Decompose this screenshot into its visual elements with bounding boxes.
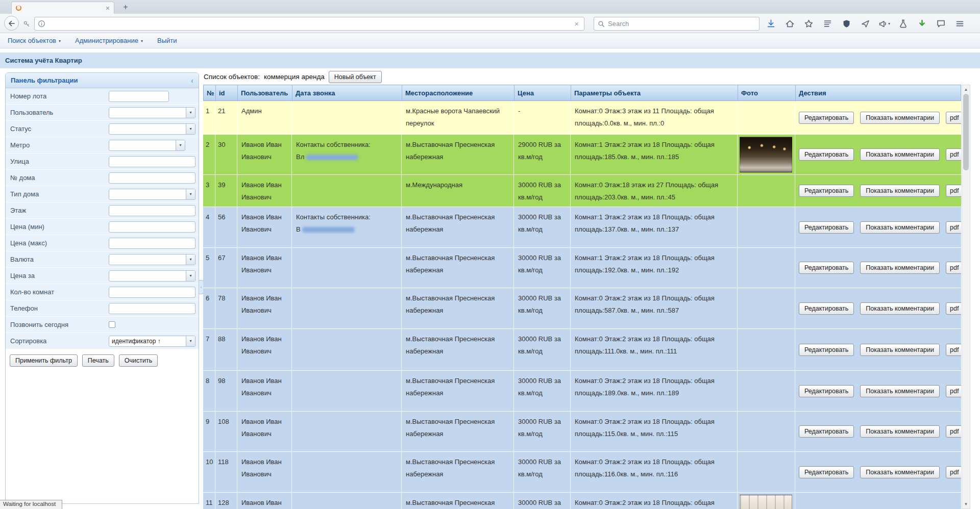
pdf-button[interactable]: pdf: [946, 112, 961, 124]
show-comments-button[interactable]: Показать комментарии: [860, 302, 940, 315]
filter-select-11[interactable]: ▾: [109, 270, 195, 282]
menu-item-2[interactable]: Выйти: [157, 37, 177, 44]
scrollbar-thumb[interactable]: [963, 94, 969, 170]
pdf-button[interactable]: pdf: [946, 148, 961, 161]
filter-select-10[interactable]: ▾: [109, 254, 195, 265]
cell-call-date: Контакты собственника:Вл: [292, 135, 402, 174]
show-comments-button[interactable]: Показать комментарии: [860, 262, 940, 274]
filter-select-2[interactable]: ▾: [109, 123, 195, 135]
filter-select-15[interactable]: идентификатор ↑▾: [109, 336, 195, 347]
send-icon[interactable]: [858, 16, 872, 31]
show-comments-button[interactable]: Показать комментарии: [860, 112, 940, 124]
show-comments-button[interactable]: Показать комментарии: [860, 148, 940, 161]
edit-button[interactable]: Редактировать: [799, 425, 854, 438]
pdf-button[interactable]: pdf: [946, 385, 961, 397]
url-input[interactable]: [48, 19, 569, 29]
show-comments-button[interactable]: Показать комментарии: [860, 385, 940, 397]
filter-select-1[interactable]: ▾: [109, 107, 195, 118]
key-icon[interactable]: [21, 19, 32, 29]
edit-button[interactable]: Редактировать: [799, 385, 854, 397]
edit-button[interactable]: Редактировать: [799, 302, 854, 315]
menu-item-0[interactable]: Поиск объектов▾: [8, 37, 61, 44]
show-comments-button[interactable]: Показать комментарии: [860, 185, 940, 197]
filter-input-9[interactable]: [109, 238, 195, 249]
object-photo[interactable]: [740, 495, 792, 509]
filter-button-0[interactable]: Применить фильтр: [10, 354, 78, 367]
edit-button[interactable]: Редактировать: [799, 112, 854, 124]
flask-icon[interactable]: [896, 16, 910, 31]
chevron-down-icon[interactable]: ▾: [186, 124, 195, 134]
collapse-panel-icon[interactable]: ‹: [191, 77, 193, 85]
pdf-button[interactable]: pdf: [946, 344, 961, 356]
show-comments-button[interactable]: Показать комментарии: [860, 466, 940, 478]
cell-photo: [738, 248, 795, 288]
star-icon[interactable]: [801, 16, 816, 31]
edit-button[interactable]: Редактировать: [799, 221, 854, 234]
info-icon[interactable]: [38, 20, 45, 28]
pdf-button[interactable]: pdf: [946, 466, 961, 478]
edit-button[interactable]: Редактировать: [799, 262, 854, 274]
search-bar[interactable]: [594, 17, 760, 31]
chevron-down-icon[interactable]: ▾: [186, 336, 195, 346]
filter-checkbox[interactable]: [109, 321, 115, 328]
download-icon[interactable]: [764, 16, 778, 31]
filter-row: Сортировкаидентификатор ↑▾: [6, 333, 199, 349]
filter-input-4[interactable]: [109, 156, 195, 167]
chevron-down-icon[interactable]: ▾: [186, 189, 195, 199]
show-comments-button[interactable]: Показать комментарии: [860, 344, 940, 356]
edit-button[interactable]: Редактировать: [799, 148, 854, 161]
chevron-down-icon[interactable]: ▾: [176, 140, 185, 150]
pdf-button[interactable]: pdf: [946, 302, 961, 315]
update-arrow-icon[interactable]: [915, 16, 929, 31]
shield-icon[interactable]: [839, 16, 853, 31]
new-tab-button[interactable]: +: [119, 2, 132, 13]
stop-loading-icon[interactable]: ×: [572, 20, 581, 28]
home-icon[interactable]: [782, 16, 797, 31]
scroll-down-icon[interactable]: ▼: [962, 500, 970, 508]
chevron-down-icon[interactable]: ▾: [186, 254, 195, 265]
browser-tab-strip: × +: [0, 0, 980, 14]
table-row: 11128Иванов Иван Ивановичм.Выставочная П…: [203, 493, 961, 509]
scroll-up-icon[interactable]: ▲: [962, 86, 970, 93]
chevron-down-icon[interactable]: ▾: [186, 108, 195, 118]
object-photo[interactable]: [740, 137, 792, 172]
new-object-button[interactable]: Новый объект: [329, 71, 382, 83]
filter-select-3[interactable]: ▾: [109, 140, 185, 151]
filter-input-13[interactable]: [109, 303, 195, 314]
cell-actions: РедактироватьПоказать комментарииpdf: [795, 452, 961, 492]
vertical-scrollbar[interactable]: ▲ ▼: [962, 85, 970, 509]
pdf-button[interactable]: pdf: [946, 262, 961, 274]
edit-button[interactable]: Редактировать: [799, 466, 854, 478]
edit-button[interactable]: Редактировать: [799, 185, 854, 197]
browser-tab[interactable]: ×: [11, 2, 114, 14]
filter-input-12[interactable]: [109, 287, 195, 298]
pdf-button[interactable]: pdf: [946, 425, 961, 438]
filter-input-7[interactable]: [109, 205, 195, 216]
chat-icon[interactable]: [934, 16, 948, 31]
filter-select-6[interactable]: ▾: [109, 189, 195, 200]
bookmarks-icon[interactable]: [820, 16, 835, 31]
filter-row: Пользователь▾: [6, 105, 199, 121]
cell-price: 30000 RUB за кв.м/год: [514, 371, 571, 411]
pdf-button[interactable]: pdf: [946, 185, 961, 197]
menu-item-1[interactable]: Администрирование▾: [75, 37, 143, 44]
show-comments-button[interactable]: Показать комментарии: [860, 221, 940, 234]
filter-input-0[interactable]: [109, 91, 169, 102]
show-comments-button[interactable]: Показать комментарии: [860, 425, 940, 438]
menu-icon[interactable]: [952, 16, 967, 31]
column-header-5: Цена: [514, 85, 571, 100]
edit-button[interactable]: Редактировать: [799, 344, 854, 356]
chevron-down-icon[interactable]: ▾: [186, 271, 195, 281]
filter-button-2[interactable]: Очистить: [119, 354, 158, 367]
filter-input-5[interactable]: [109, 172, 195, 184]
pdf-button[interactable]: pdf: [946, 221, 961, 234]
megaphone-icon[interactable]: ▾: [877, 16, 891, 31]
tab-close-icon[interactable]: ×: [106, 5, 110, 12]
filter-button-1[interactable]: Печать: [82, 354, 114, 367]
back-button[interactable]: [4, 16, 19, 31]
chevron-down-icon[interactable]: ▾: [888, 21, 890, 26]
cell-id: 39: [215, 175, 237, 207]
url-bar[interactable]: ×: [34, 17, 584, 31]
search-input[interactable]: [608, 20, 755, 28]
filter-input-8[interactable]: [109, 221, 195, 233]
